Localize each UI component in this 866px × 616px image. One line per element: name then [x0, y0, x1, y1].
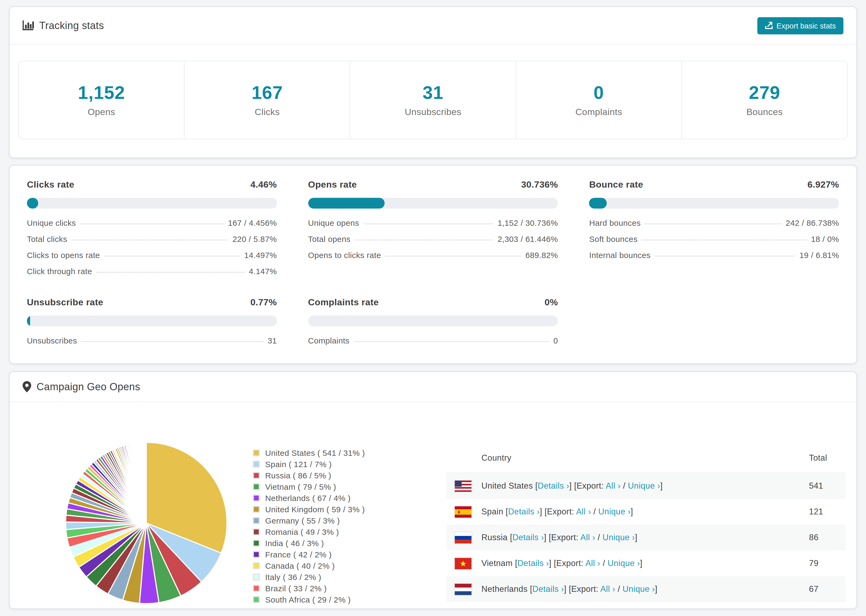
flag-russia — [454, 531, 472, 544]
rate-progressbar-opens — [308, 198, 558, 209]
legend-label: Netherlands ( 67 / 4% ) — [265, 493, 351, 503]
export-unique-link[interactable]: Unique › — [623, 584, 655, 593]
export-unique-link[interactable]: Unique › — [598, 507, 630, 516]
bracket: ] — [631, 507, 633, 516]
total-cell: 79 — [809, 558, 846, 568]
legend-swatch — [253, 460, 260, 468]
details-link[interactable]: Details › — [512, 533, 544, 542]
detail-label: Click through rate — [27, 267, 92, 276]
details-link[interactable]: Details › — [532, 584, 564, 593]
export-unique-link[interactable]: Unique › — [628, 481, 660, 490]
country-cell: Vietnam [Details ›] [Export: All › / Uni… — [482, 558, 809, 568]
stat-clicks-label: Clicks — [255, 107, 280, 118]
map-pin-icon — [23, 381, 31, 392]
separator: / — [620, 481, 628, 490]
stat-complaints-value: 0 — [594, 82, 604, 103]
bracket: ] — [660, 481, 663, 490]
legend-label: United States ( 541 / 31% ) — [265, 448, 365, 457]
country-cell: Netherlands [Details ›] [Export: All › /… — [482, 584, 809, 594]
dotted-leader — [80, 224, 224, 224]
bracket: ] — [540, 507, 545, 516]
details-link[interactable]: Details › — [508, 507, 540, 516]
stat-complaints: 0 Complaints — [516, 61, 681, 139]
tracking-stats-header: Tracking stats Export basic stats — [10, 7, 856, 45]
dotted-leader — [104, 256, 240, 256]
detail-label: Opens to clicks rate — [308, 250, 381, 259]
legend-label: France ( 42 / 2% ) — [265, 550, 332, 559]
country-name: Spain [ — [482, 507, 508, 516]
separator: / — [600, 558, 608, 567]
dotted-leader — [96, 272, 244, 272]
flag-cell — [446, 557, 482, 569]
details-link[interactable]: Details › — [518, 558, 549, 567]
country-name: United States [ — [482, 481, 538, 490]
detail-value: 220 / 5.87% — [233, 234, 277, 244]
geo-pie-chart — [65, 441, 228, 605]
geo-table-header: Country Total — [446, 443, 846, 473]
detail-label: Total opens — [308, 234, 350, 244]
legend-swatch — [253, 449, 260, 456]
rate-progressbar-unsubscribe — [27, 316, 277, 326]
geo-row-vietnam: Vietnam [Details ›] [Export: All › / Uni… — [446, 550, 846, 576]
rate-title-complaints: Complaints rate — [308, 297, 379, 308]
export-basic-stats-button[interactable]: Export basic stats — [757, 17, 843, 34]
export-all-link[interactable]: All › — [606, 481, 620, 490]
rate-block-unsubscribe: Unsubscribe rate0.77%Unsubscribes31 — [27, 297, 277, 345]
bracket: ] — [544, 533, 549, 542]
country-name: Vietnam [ — [482, 558, 518, 567]
detail-label: Unique opens — [308, 218, 359, 227]
rate-progressbar-complaints — [308, 316, 558, 326]
bracket: ] — [655, 584, 657, 593]
detail-label: Unsubscribes — [27, 336, 77, 345]
geo-body: United States ( 541 / 31% )Spain ( 121 /… — [10, 402, 856, 609]
rate-progressbar-clicks — [27, 198, 277, 209]
geo-header-country: Country — [482, 453, 809, 462]
export-all-link[interactable]: All › — [576, 507, 591, 516]
export-all-link[interactable]: All › — [600, 584, 615, 593]
dotted-leader — [645, 224, 781, 224]
flag-cell — [446, 583, 482, 595]
export-all-link[interactable]: All › — [580, 533, 595, 542]
legend-item: India ( 46 / 3% ) — [253, 537, 365, 549]
rate-title-opens: Opens rate — [308, 179, 357, 190]
details-link[interactable]: Details › — [538, 481, 569, 490]
legend-label: Vietnam ( 79 / 5% ) — [265, 482, 336, 491]
flag-united-states — [454, 480, 472, 492]
dotted-leader — [655, 256, 795, 256]
legend-label: Romania ( 49 / 3% ) — [265, 527, 339, 536]
export-unique-link[interactable]: Unique › — [608, 558, 640, 567]
legend-label: South Africa ( 29 / 2% ) — [265, 595, 351, 604]
tracking-stats-card: Tracking stats Export basic stats 1,152 … — [9, 6, 857, 158]
geo-row-netherlands: Netherlands [Details ›] [Export: All › /… — [446, 576, 846, 602]
country-cell: Russia [Details ›] [Export: All › / Uniq… — [482, 533, 809, 542]
total-cell: 67 — [809, 584, 846, 594]
legend-label: Germany ( 55 / 3% ) — [265, 516, 340, 525]
flag-cell — [446, 609, 482, 609]
rate-value-complaints: 0% — [545, 297, 558, 308]
rate-progress-fill-bounce — [589, 198, 606, 209]
rate-detail-row: Opens to clicks rate689.82% — [308, 250, 558, 259]
stat-unsubscribes: 31 Unsubscribes — [350, 61, 516, 139]
rate-detail-row: Soft bounces18 / 0% — [589, 234, 839, 244]
legend-label: India ( 46 / 3% ) — [265, 539, 324, 548]
legend-swatch — [253, 574, 260, 580]
legend-item: Brazil ( 33 / 2% ) — [253, 583, 365, 594]
rate-block-complaints: Complaints rate0%Complaints0 — [308, 297, 558, 345]
export-icon — [765, 22, 773, 30]
export-unique-link[interactable]: Unique › — [602, 533, 635, 542]
detail-value: 31 — [268, 336, 277, 345]
rate-detail-row: Unique clicks167 / 4.456% — [27, 218, 277, 227]
detail-label: Clicks to opens rate — [27, 250, 100, 259]
geo-row-spain: Spain [Details ›] [Export: All › / Uniqu… — [446, 499, 846, 525]
separator: / — [591, 507, 598, 516]
separator: / — [615, 584, 623, 593]
rate-title-bounce: Bounce rate — [589, 179, 643, 190]
total-cell: 86 — [809, 533, 846, 542]
flag-cell — [446, 506, 482, 518]
detail-label: Internal bounces — [589, 250, 650, 259]
rate-detail-row: Total opens2,303 / 61.446% — [308, 234, 558, 244]
export-all-link[interactable]: All › — [586, 558, 600, 567]
rate-progress-fill-opens — [308, 198, 385, 209]
detail-value: 2,303 / 61.446% — [498, 234, 558, 244]
rate-progressbar-bounce — [589, 198, 839, 209]
